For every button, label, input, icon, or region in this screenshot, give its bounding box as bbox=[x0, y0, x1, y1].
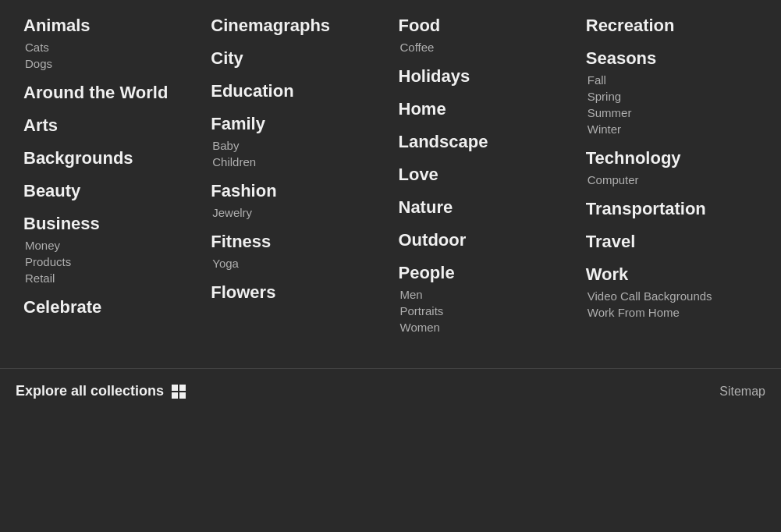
category-home[interactable]: Home bbox=[399, 99, 570, 119]
category-work[interactable]: Work bbox=[586, 264, 758, 285]
column-col3: FoodCoffeeHolidaysHomeLandscapeLoveNatur… bbox=[391, 16, 578, 337]
category-transportation[interactable]: Transportation bbox=[586, 199, 758, 219]
category-family[interactable]: Family bbox=[211, 114, 382, 134]
subcategory-dogs[interactable]: Dogs bbox=[25, 57, 195, 70]
category-outdoor[interactable]: Outdoor bbox=[399, 230, 570, 250]
category-celebrate[interactable]: Celebrate bbox=[23, 297, 195, 317]
subcategory-jewelry[interactable]: Jewelry bbox=[212, 206, 382, 219]
column-col2: CinemagraphsCityEducationFamilyBabyChild… bbox=[203, 16, 390, 337]
category-cinemagraphs[interactable]: Cinemagraphs bbox=[211, 16, 382, 36]
category-landscape[interactable]: Landscape bbox=[399, 132, 570, 152]
subcategory-portraits[interactable]: Portraits bbox=[400, 304, 570, 317]
subcategory-fall[interactable]: Fall bbox=[588, 73, 758, 87]
subcategory-summer[interactable]: Summer bbox=[588, 106, 758, 119]
subcategory-men[interactable]: Men bbox=[400, 288, 570, 301]
column-col4: RecreationSeasonsFallSpringSummerWinterT… bbox=[578, 16, 765, 337]
subcategory-products[interactable]: Products bbox=[25, 255, 195, 268]
subcategory-winter[interactable]: Winter bbox=[588, 122, 758, 136]
category-technology[interactable]: Technology bbox=[586, 148, 758, 168]
footer: Explore all collections Sitemap bbox=[0, 369, 781, 413]
category-education[interactable]: Education bbox=[211, 81, 382, 101]
subcategory-women[interactable]: Women bbox=[400, 321, 570, 334]
category-backgrounds[interactable]: Backgrounds bbox=[23, 148, 195, 168]
footer-left: Explore all collections bbox=[16, 383, 186, 399]
main-content: AnimalsCatsDogsAround the WorldArtsBackg… bbox=[0, 0, 781, 353]
category-arts[interactable]: Arts bbox=[23, 115, 195, 136]
subcategory-work-from-home[interactable]: Work From Home bbox=[588, 306, 758, 319]
category-people[interactable]: People bbox=[399, 263, 570, 283]
category-flowers[interactable]: Flowers bbox=[211, 282, 382, 303]
category-fashion[interactable]: Fashion bbox=[211, 181, 382, 201]
subcategory-computer[interactable]: Computer bbox=[588, 173, 758, 186]
category-food[interactable]: Food bbox=[399, 16, 570, 36]
category-animals[interactable]: Animals bbox=[23, 16, 195, 36]
column-col1: AnimalsCatsDogsAround the WorldArtsBackg… bbox=[16, 16, 203, 337]
category-fitness[interactable]: Fitness bbox=[211, 232, 382, 252]
subcategory-money[interactable]: Money bbox=[25, 239, 195, 252]
category-love[interactable]: Love bbox=[399, 165, 570, 185]
subcategory-yoga[interactable]: Yoga bbox=[212, 257, 382, 270]
subcategory-spring[interactable]: Spring bbox=[588, 90, 758, 103]
subcategory-retail[interactable]: Retail bbox=[25, 271, 195, 285]
category-recreation[interactable]: Recreation bbox=[586, 16, 758, 36]
explore-all-label[interactable]: Explore all collections bbox=[16, 383, 164, 399]
subcategory-children[interactable]: Children bbox=[212, 155, 382, 168]
category-seasons[interactable]: Seasons bbox=[586, 48, 758, 69]
category-beauty[interactable]: Beauty bbox=[23, 181, 195, 201]
subcategory-video-call-backgrounds[interactable]: Video Call Backgrounds bbox=[588, 289, 758, 303]
category-business[interactable]: Business bbox=[23, 214, 195, 234]
category-holidays[interactable]: Holidays bbox=[399, 66, 570, 87]
sitemap-link[interactable]: Sitemap bbox=[719, 385, 765, 399]
subcategory-cats[interactable]: Cats bbox=[25, 41, 195, 54]
subcategory-baby[interactable]: Baby bbox=[212, 139, 382, 152]
grid-icon bbox=[172, 385, 186, 399]
category-city[interactable]: City bbox=[211, 48, 382, 69]
category-around-the-world[interactable]: Around the World bbox=[23, 83, 195, 103]
subcategory-coffee[interactable]: Coffee bbox=[400, 41, 570, 54]
category-nature[interactable]: Nature bbox=[399, 197, 570, 218]
category-travel[interactable]: Travel bbox=[586, 232, 758, 252]
